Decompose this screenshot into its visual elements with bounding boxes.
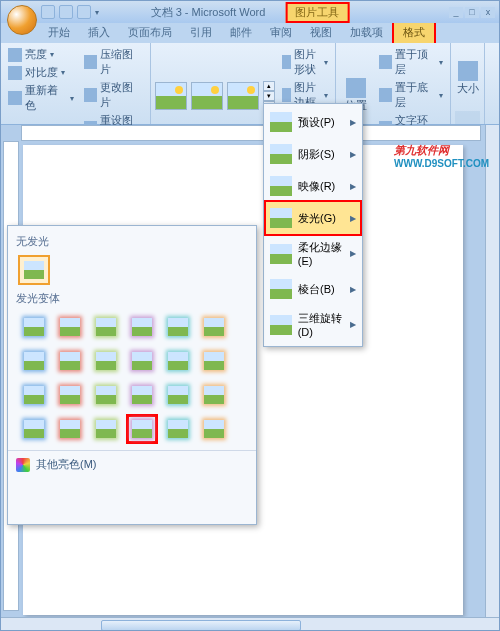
rotation-icon [270,315,292,335]
style-thumb[interactable] [191,82,223,110]
picture-shape-button[interactable]: 图片形状▾ [279,46,331,78]
glow-swatch[interactable] [162,414,194,444]
style-thumb[interactable] [227,82,259,110]
tab-references[interactable]: 引用 [181,22,221,43]
maximize-button[interactable]: □ [465,7,479,18]
glow-swatch[interactable] [18,346,50,376]
glow-swatch[interactable] [198,414,230,444]
size-button[interactable]: 大小 [455,46,480,111]
tab-addins[interactable]: 加载项 [341,22,392,43]
tab-page-layout[interactable]: 页面布局 [119,22,181,43]
scroll-thumb[interactable] [101,620,301,631]
office-button[interactable] [7,5,37,35]
glow-swatch[interactable] [18,312,50,342]
horizontal-ruler[interactable] [21,125,481,141]
glow-swatch[interactable] [90,380,122,410]
qat-more-icon[interactable]: ▾ [95,8,99,17]
glow-swatch[interactable] [126,312,158,342]
glow-swatch[interactable] [198,346,230,376]
gallery-up-icon[interactable]: ▴ [263,81,275,91]
tab-format[interactable]: 格式 [392,20,436,43]
tab-review[interactable]: 审阅 [261,22,301,43]
watermark: 第九软件网 WWW.D9SOFT.COM [394,143,489,169]
glow-gallery: 无发光 发光变体 [7,225,257,525]
glow-swatch[interactable] [54,380,86,410]
bevel-icon [270,279,292,299]
close-button[interactable]: x [481,7,495,18]
fx-bevel[interactable]: 棱台(B)▶ [266,273,360,305]
more-glow-colors[interactable]: 其他亮色(M) [8,450,256,478]
vertical-scrollbar[interactable] [485,125,499,617]
gallery-down-icon[interactable]: ▾ [263,91,275,101]
save-icon[interactable] [41,5,55,19]
fx-3d-rotation[interactable]: 三维旋转(D)▶ [266,305,360,344]
glow-variants-label: 发光变体 [16,287,248,310]
glow-icon [270,208,292,228]
minimize-button[interactable]: _ [449,7,463,18]
recolor-button[interactable]: 重新着色▾ [5,82,77,114]
glow-swatch[interactable] [90,414,122,444]
undo-icon[interactable] [59,5,73,19]
contrast-icon [8,66,22,80]
fx-reflection[interactable]: 映像(R)▶ [266,170,360,202]
tab-home[interactable]: 开始 [39,22,79,43]
brightness-icon [8,48,22,62]
tab-view[interactable]: 视图 [301,22,341,43]
no-glow-label: 无发光 [16,230,248,253]
glow-swatch[interactable] [90,346,122,376]
fx-preset[interactable]: 预设(P)▶ [266,106,360,138]
glow-swatch[interactable] [162,346,194,376]
palette-icon [16,458,30,472]
glow-swatch[interactable] [18,414,50,444]
glow-swatch[interactable] [54,312,86,342]
position-icon [346,78,366,98]
shape-icon [282,55,291,69]
bring-front-button[interactable]: 置于顶层▾ [376,46,446,78]
back-icon [379,88,392,102]
glow-swatch[interactable] [18,380,50,410]
glow-none[interactable] [18,255,50,285]
glow-swatch[interactable] [198,380,230,410]
fx-glow[interactable]: 发光(G)▶ [264,200,362,236]
window-title: 文档 3 - Microsoft Word [151,5,266,20]
shadow-icon [270,144,292,164]
fx-soft-edges[interactable]: 柔化边缘(E)▶ [266,234,360,273]
change-pic-button[interactable]: 更改图片 [81,79,146,111]
soft-edge-icon [270,244,292,264]
style-thumb[interactable] [155,82,187,110]
size-icon [458,61,478,81]
recolor-icon [8,91,22,105]
fx-shadow[interactable]: 阴影(S)▶ [266,138,360,170]
glow-swatch[interactable] [198,312,230,342]
preset-icon [270,112,292,132]
brightness-button[interactable]: 亮度▾ [5,46,77,63]
picture-effects-menu: 预设(P)▶ 阴影(S)▶ 映像(R)▶ 发光(G)▶ 柔化边缘(E)▶ 棱台(… [263,103,363,347]
horizontal-scrollbar[interactable] [1,617,499,631]
glow-swatch-selected[interactable] [126,414,158,444]
border-icon [282,88,291,102]
glow-swatch[interactable] [162,312,194,342]
glow-swatch[interactable] [126,380,158,410]
change-pic-icon [84,88,98,102]
glow-swatch[interactable] [126,346,158,376]
tab-mailings[interactable]: 邮件 [221,22,261,43]
send-back-button[interactable]: 置于底层▾ [376,79,446,111]
front-icon [379,55,392,69]
glow-variants-grid [16,310,248,446]
glow-swatch[interactable] [162,380,194,410]
contrast-button[interactable]: 对比度▾ [5,64,77,81]
reflection-icon [270,176,292,196]
compress-icon [84,55,98,69]
glow-swatch[interactable] [90,312,122,342]
context-tab-picture-tools[interactable]: 图片工具 [285,2,349,23]
glow-swatch[interactable] [54,414,86,444]
ribbon-tabs: 开始 插入 页面布局 引用 邮件 审阅 视图 加载项 格式 [1,23,499,43]
quick-access-toolbar: ▾ [41,5,99,19]
redo-icon[interactable] [77,5,91,19]
glow-swatch[interactable] [54,346,86,376]
tab-insert[interactable]: 插入 [79,22,119,43]
compress-button[interactable]: 压缩图片 [81,46,146,78]
ribbon: 亮度▾ 对比度▾ 重新着色▾ 压缩图片 更改图片 重设图片 调整 ▴▾▿ 图片形… [1,43,499,125]
